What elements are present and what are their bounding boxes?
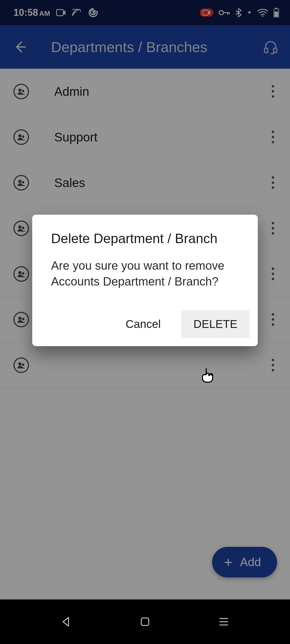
dialog-actions: Cancel DELETE [32,289,258,338]
dialog-title: Delete Department / Branch [32,230,258,248]
nav-back-button[interactable] [56,611,77,632]
nav-recent-button[interactable] [213,611,234,632]
cancel-button[interactable]: Cancel [113,310,173,338]
dialog-body: Are you sure you want to remove Accounts… [32,248,258,290]
svg-rect-21 [141,618,149,625]
system-nav-bar [0,599,290,644]
nav-home-button[interactable] [134,611,156,632]
delete-confirm-button[interactable]: DELETE [181,310,250,338]
screen: 10:58AM [0,0,290,644]
delete-dialog: Delete Department / Branch Are you sure … [32,215,258,346]
